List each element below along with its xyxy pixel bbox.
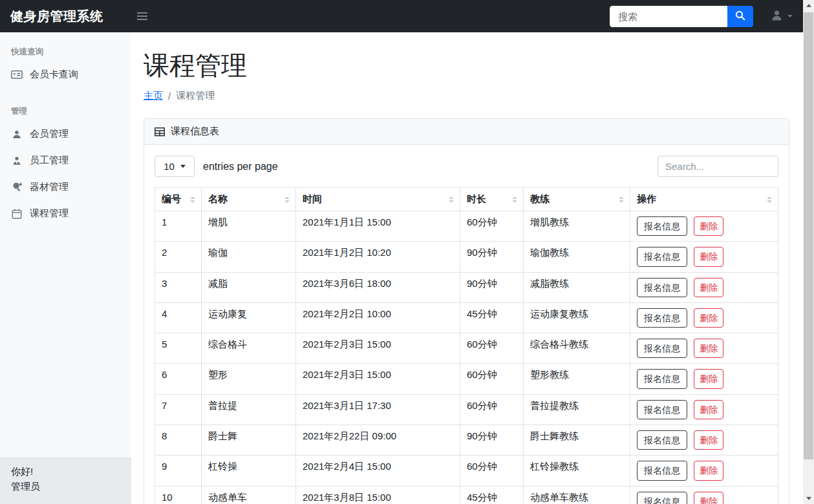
sidebar-item-label: 会员管理 — [30, 128, 69, 140]
cell-id: 1 — [155, 211, 202, 242]
registration-info-button[interactable]: 报名信息 — [637, 461, 687, 480]
column-header-id[interactable]: 编号 — [155, 188, 202, 211]
cell-actions: 报名信息 删除 — [630, 333, 778, 364]
delete-button[interactable]: 删除 — [694, 461, 723, 480]
cell-name: 爵士舞 — [202, 425, 296, 456]
delete-button[interactable]: 删除 — [694, 369, 723, 388]
registration-info-button[interactable]: 报名信息 — [637, 308, 687, 328]
registration-info-button[interactable]: 报名信息 — [637, 278, 687, 297]
app-title: 健身房管理系统 — [10, 8, 103, 25]
cell-id: 5 — [155, 333, 202, 364]
vertical-scrollbar[interactable] — [803, 0, 814, 504]
scrollbar-thumb[interactable] — [804, 12, 813, 459]
cell-coach: 塑形教练 — [524, 364, 630, 394]
cell-time: 2021年3月6日 18:00 — [296, 272, 460, 302]
table-row: 8 爵士舞 2021年2月22日 09:00 90分钟 爵士舞教练 报名信息 删… — [155, 425, 778, 456]
sidebar-section-quick-query: 快速查询 — [0, 43, 131, 61]
search-icon — [735, 10, 745, 23]
cell-duration: 45分钟 — [460, 486, 524, 504]
cell-coach: 综合格斗教练 — [524, 333, 630, 364]
cell-coach: 增肌教练 — [524, 211, 630, 242]
registration-info-button[interactable]: 报名信息 — [637, 369, 687, 388]
table-header-row: 编号 名称 时间 时长 教练 操作 — [155, 188, 778, 211]
column-header-time[interactable]: 时间 — [296, 188, 460, 211]
chevron-down-icon — [180, 165, 186, 168]
main-content: 课程管理 主页 / 课程管理 课程信息表 10 — [131, 32, 803, 504]
sidebar-item-label: 员工管理 — [30, 154, 69, 167]
card-body: 10 entries per page 编号 — [144, 145, 789, 504]
hamburger-icon[interactable] — [134, 10, 150, 23]
cell-name: 动感单车 — [202, 486, 296, 504]
sidebar-item-member-manage[interactable]: 会员管理 — [0, 121, 131, 147]
cell-duration: 60分钟 — [460, 333, 524, 364]
cell-time: 2021年2月22日 09:00 — [296, 425, 460, 456]
column-header-coach[interactable]: 教练 — [524, 188, 630, 211]
delete-button[interactable]: 删除 — [694, 216, 723, 236]
column-header-duration[interactable]: 时长 — [460, 188, 524, 211]
sort-icon — [512, 196, 517, 203]
cell-coach: 减脂教练 — [524, 272, 630, 302]
cell-coach: 瑜伽教练 — [524, 242, 630, 272]
top-navbar: 健身房管理系统 — [0, 0, 803, 32]
table-row: 3 减脂 2021年3月6日 18:00 90分钟 减脂教练 报名信息 删除 — [155, 272, 778, 302]
greeting-text: 你好! — [11, 465, 120, 479]
entries-per-page-select[interactable]: 10 — [155, 156, 195, 177]
delete-button[interactable]: 删除 — [694, 247, 723, 266]
cell-coach: 运动康复教练 — [524, 302, 630, 333]
sidebar-item-label: 会员卡查询 — [30, 68, 78, 81]
cell-name: 塑形 — [202, 364, 296, 394]
app-window: 健身房管理系统 快速查询 会员卡查询 — [0, 0, 803, 504]
scrollbar-down-arrow-icon[interactable] — [803, 493, 814, 504]
navbar-search-button[interactable] — [727, 6, 753, 27]
table-search-input[interactable] — [658, 156, 778, 177]
delete-button[interactable]: 删除 — [694, 278, 723, 297]
cell-name: 运动康复 — [202, 302, 296, 333]
sidebar-item-equipment-manage[interactable]: 器材管理 — [0, 174, 131, 200]
sidebar-user-footer: 你好! 管理员 — [0, 457, 131, 504]
table-row: 10 动感单车 2021年3月8日 15:00 45分钟 动感单车教练 报名信息… — [155, 486, 778, 504]
table-row: 9 杠铃操 2021年2月4日 15:00 60分钟 杠铃操教练 报名信息 删除 — [155, 456, 778, 486]
cell-id: 6 — [155, 364, 202, 394]
registration-info-button[interactable]: 报名信息 — [637, 247, 687, 266]
cell-duration: 90分钟 — [460, 425, 524, 456]
cell-time: 2021年2月3日 15:00 — [296, 333, 460, 364]
sort-icon — [284, 196, 290, 203]
cell-time: 2021年1月1日 15:00 — [296, 211, 460, 242]
sidebar-item-member-card-query[interactable]: 会员卡查询 — [0, 61, 131, 88]
column-header-name[interactable]: 名称 — [202, 188, 296, 211]
delete-button[interactable]: 删除 — [694, 308, 723, 328]
sidebar-item-staff-manage[interactable]: 员工管理 — [0, 147, 131, 174]
cell-duration: 60分钟 — [460, 364, 524, 394]
course-table-card: 课程信息表 10 entries per page — [144, 118, 789, 504]
cell-actions: 报名信息 删除 — [630, 242, 778, 272]
table-row: 7 普拉提 2021年3月1日 17:30 60分钟 普拉提教练 报名信息 删除 — [155, 394, 778, 425]
entries-per-page-label: entries per page — [203, 161, 278, 173]
delete-button[interactable]: 删除 — [694, 492, 723, 504]
navbar-search-input[interactable] — [610, 6, 727, 27]
equipment-icon — [11, 182, 23, 193]
cell-actions: 报名信息 删除 — [630, 425, 778, 456]
cell-id: 10 — [155, 486, 202, 504]
column-header-actions[interactable]: 操作 — [630, 188, 778, 211]
registration-info-button[interactable]: 报名信息 — [637, 492, 687, 504]
delete-button[interactable]: 删除 — [694, 430, 723, 450]
card-header: 课程信息表 — [144, 119, 789, 145]
registration-info-button[interactable]: 报名信息 — [637, 339, 687, 358]
cell-time: 2021年2月3日 15:00 — [296, 364, 460, 394]
cell-actions: 报名信息 删除 — [630, 211, 778, 242]
registration-info-button[interactable]: 报名信息 — [637, 430, 687, 450]
delete-button[interactable]: 删除 — [694, 400, 723, 419]
delete-button[interactable]: 删除 — [694, 339, 723, 358]
course-table: 编号 名称 时间 时长 教练 操作 1 — [155, 187, 778, 504]
sidebar-item-course-manage[interactable]: 课程管理 — [0, 200, 131, 227]
sort-icon — [619, 196, 624, 203]
table-icon — [155, 127, 165, 136]
table-row: 1 增肌 2021年1月1日 15:00 60分钟 增肌教练 报名信息 删除 — [155, 211, 778, 242]
user-menu[interactable] — [770, 8, 793, 25]
cell-id: 4 — [155, 302, 202, 333]
breadcrumb-home-link[interactable]: 主页 — [144, 90, 163, 102]
cell-time: 2021年2月4日 15:00 — [296, 456, 460, 486]
scrollbar-up-arrow-icon[interactable] — [803, 0, 814, 11]
registration-info-button[interactable]: 报名信息 — [637, 400, 687, 419]
registration-info-button[interactable]: 报名信息 — [637, 216, 687, 236]
